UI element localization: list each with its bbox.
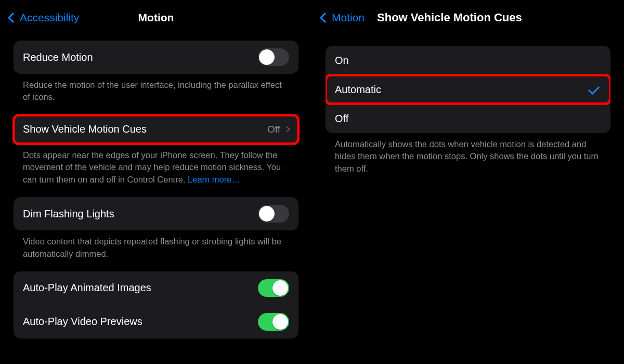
motion-settings-pane: Accessibility Motion Reduce Motion Reduc… (0, 0, 312, 364)
learn-more-link[interactable]: Learn more… (188, 175, 240, 184)
autoplay-images-label: Auto-Play Animated Images (23, 282, 258, 294)
reduce-motion-toggle[interactable] (258, 48, 289, 66)
nav-bar: Accessibility Motion (0, 5, 312, 30)
page-title: Show Vehicle Motion Cues (377, 11, 522, 24)
dim-flashing-footer: Video content that depicts repeated flas… (14, 230, 298, 271)
option-on-label: On (335, 55, 601, 67)
chevron-left-icon (320, 12, 330, 23)
option-off-label: Off (335, 113, 601, 125)
toggle-knob-icon (272, 280, 288, 296)
dim-flashing-toggle[interactable] (258, 205, 289, 223)
options-footer: Automatically shows the dots when vehicl… (326, 133, 610, 186)
vehicle-motion-cues-footer: Dots appear near the edges of your iPhon… (14, 144, 298, 197)
toggle-knob-icon (272, 314, 288, 330)
autoplay-images-toggle[interactable] (258, 279, 289, 297)
option-automatic[interactable]: Automatic (326, 75, 610, 104)
autoplay-previews-toggle[interactable] (258, 313, 289, 331)
option-off[interactable]: Off (326, 104, 610, 133)
vehicle-motion-cues-value: Off (267, 124, 280, 135)
chevron-left-icon (8, 12, 18, 23)
content: On Automatic Off Automatically shows the… (312, 30, 624, 186)
dim-flashing-row[interactable]: Dim Flashing Lights (14, 197, 298, 230)
group-dim-flashing: Dim Flashing Lights (14, 197, 298, 230)
vehicle-motion-cues-label: Show Vehicle Motion Cues (23, 123, 267, 135)
page-title: Motion (138, 11, 174, 24)
footer-text: Dots appear near the edges of your iPhon… (23, 150, 281, 184)
vehicle-motion-cues-row[interactable]: Show Vehicle Motion Cues Off (14, 115, 298, 144)
content: Reduce Motion Reduce the motion of the u… (0, 30, 312, 339)
option-on[interactable]: On (326, 46, 610, 75)
reduce-motion-row[interactable]: Reduce Motion (14, 41, 298, 74)
group-autoplay: Auto-Play Animated Images Auto-Play Vide… (14, 271, 298, 339)
back-button[interactable]: Accessibility (9, 11, 79, 24)
checkmark-icon (588, 83, 600, 95)
group-vehicle-motion-cues: Show Vehicle Motion Cues Off (14, 115, 298, 144)
autoplay-images-row[interactable]: Auto-Play Animated Images (14, 271, 298, 305)
nav-bar: Motion Show Vehicle Motion Cues (312, 5, 624, 30)
back-label: Accessibility (20, 11, 79, 24)
autoplay-previews-row[interactable]: Auto-Play Video Previews (14, 305, 298, 339)
reduce-motion-footer: Reduce the motion of the user interface,… (14, 74, 298, 115)
back-button[interactable]: Motion (321, 11, 365, 24)
dim-flashing-label: Dim Flashing Lights (23, 208, 258, 220)
back-label: Motion (332, 11, 365, 24)
chevron-right-icon (283, 126, 290, 133)
toggle-knob-icon (259, 206, 275, 222)
option-automatic-label: Automatic (335, 84, 589, 96)
autoplay-previews-label: Auto-Play Video Previews (23, 316, 258, 328)
group-options: On Automatic Off (326, 46, 610, 133)
toggle-knob-icon (259, 49, 275, 65)
group-reduce-motion: Reduce Motion (14, 41, 298, 74)
reduce-motion-label: Reduce Motion (23, 51, 258, 63)
vehicle-motion-cues-pane: Motion Show Vehicle Motion Cues On Autom… (312, 0, 624, 364)
